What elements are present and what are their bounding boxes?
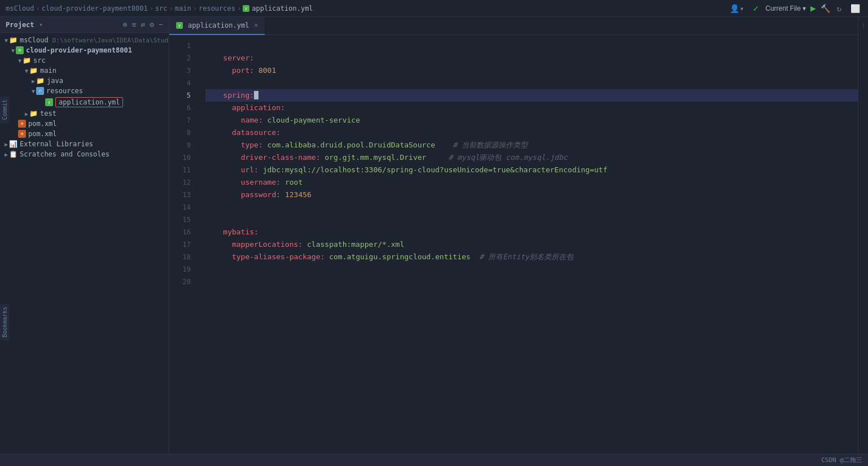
code-line-9: type: com.alibaba.druid.pool.DruidDataSo… xyxy=(205,139,858,151)
code-content[interactable]: server: port: 8001 spring: application: … xyxy=(196,35,858,454)
breadcrumb-sep-1: › xyxy=(36,5,40,12)
yaml-val-port: 8001 xyxy=(258,66,276,75)
build-button[interactable]: 🔨 xyxy=(821,4,830,13)
collapse-icon[interactable]: ≡ xyxy=(132,20,137,29)
breadcrumb-main[interactable]: main xyxy=(175,5,191,12)
breadcrumb-resources[interactable]: resources xyxy=(199,5,235,12)
line-num-20: 20 xyxy=(169,276,196,288)
tree-item-test[interactable]: ▶ 📁 test xyxy=(0,108,169,119)
chevron-down-icon: ▼ xyxy=(5,37,8,43)
code-line-10: driver-class-name: org.gjt.mm.mysql.Driv… xyxy=(205,151,858,164)
yaml-key-driver: driver-class-name: xyxy=(241,153,321,162)
yaml-key-application: application: xyxy=(232,103,285,112)
line-num-2: 2 xyxy=(169,52,196,64)
tree-item-scratches[interactable]: ▶ 📋 Scratches and Consoles xyxy=(0,149,169,159)
reload-icon[interactable]: ↻ xyxy=(835,3,844,14)
settings-icon[interactable]: ⚙ xyxy=(150,20,154,29)
code-line-16: mybatis: xyxy=(205,226,858,238)
breadcrumb-payment[interactable]: cloud-provider-payment8001 xyxy=(42,5,148,12)
commit-tab[interactable]: Commit xyxy=(0,96,10,123)
yaml-key-spring: spring: xyxy=(223,91,254,99)
project-panel: Project ▾ ⊕ ≡ ⇄ ⚙ − ▼ 📁 msCloud D:\softw… xyxy=(0,17,169,454)
line-num-18: 18 xyxy=(169,251,196,263)
code-line-14 xyxy=(205,201,858,214)
yaml-key-mybatis: mybatis: xyxy=(223,228,258,236)
yaml-file-icon: y xyxy=(45,98,53,106)
project-header-icons: ⊕ ≡ ⇄ ⚙ − xyxy=(123,20,163,29)
line-num-17: 17 xyxy=(169,238,196,251)
tree-item-mscloud[interactable]: ▼ 📁 msCloud D:\software\Java\IDEA\Data\S… xyxy=(0,35,169,45)
line-num-8: 8 xyxy=(169,127,196,139)
chevron-right-icon: ▶ xyxy=(25,111,28,117)
line-num-3: 3 xyxy=(169,64,196,77)
tree-item-src[interactable]: ▼ 📁 src xyxy=(0,55,169,66)
tree-item-resources[interactable]: ▼ r resources xyxy=(0,86,169,96)
code-line-7: name: cloud-payment-service xyxy=(205,114,858,127)
yaml-val-username: root xyxy=(285,178,303,186)
tree-item-main[interactable]: ▼ 📁 main xyxy=(0,66,169,76)
project-tree: ▼ 📁 msCloud D:\software\Java\IDEA\Data\S… xyxy=(0,33,169,454)
yaml-val-type: com.alibaba.druid.pool.DruidDataSource xyxy=(268,141,435,149)
yaml-key-aliases: type-aliases-package: xyxy=(232,252,325,261)
line-numbers: 1 2 3 4 5 6 7 8 9 10 11 12 13 14 15 16 1… xyxy=(169,35,196,454)
chevron-right-icon: ▶ xyxy=(5,141,8,147)
code-line-2: server: xyxy=(205,52,858,64)
tree-item-java[interactable]: ▶ 📁 java xyxy=(0,76,169,86)
chevron-down-icon: ▼ xyxy=(18,58,21,64)
current-file-label: Current File xyxy=(765,5,801,12)
yaml-key-port: port: xyxy=(232,66,254,75)
yaml-val-mapper: classpath:mapper/*.xml xyxy=(307,240,404,249)
breadcrumb-sep-3: › xyxy=(169,5,173,12)
tree-item-pom2[interactable]: m pom.xml xyxy=(0,129,169,139)
run-button[interactable]: ▶ xyxy=(810,3,816,14)
editor-area: y application.yml ✕ 1 2 3 4 5 6 7 8 9 10… xyxy=(169,17,858,454)
right-sidebar: ⋮ xyxy=(858,17,868,454)
yaml-key-datasource: datasource: xyxy=(232,128,280,137)
tree-label-ext-libs: External Libraries xyxy=(20,140,93,148)
breadcrumb-mscloud[interactable]: msCloud xyxy=(6,5,34,12)
diff-icon[interactable]: ⇄ xyxy=(141,20,146,29)
main-folder-icon: 📁 xyxy=(29,67,38,75)
titlebar-actions: 👤▾ ✓ Current File ▾ ▶ 🔨 ↻ ⬜ xyxy=(727,2,862,15)
tree-item-cloud-provider[interactable]: ▼ m cloud-provider-payment8001 xyxy=(0,45,169,55)
tree-item-pom1[interactable]: m pom.xml xyxy=(0,119,169,129)
titlebar: msCloud › cloud-provider-payment8001 › s… xyxy=(0,0,868,17)
yaml-val-url: jdbc:mysql://localhost:3306/spring-cloud… xyxy=(263,166,607,174)
tree-item-application-yml[interactable]: y application.yml xyxy=(0,96,169,108)
bookmarks-tab[interactable]: Bookmarks xyxy=(0,303,10,341)
cursor xyxy=(254,91,258,99)
chevron-down-icon: ▼ xyxy=(11,47,15,54)
breadcrumb-sep-4: › xyxy=(193,5,197,12)
project-header: Project ▾ ⊕ ≡ ⇄ ⚙ − xyxy=(0,17,169,33)
line-num-14: 14 xyxy=(169,201,196,214)
breadcrumb-src[interactable]: src xyxy=(155,5,168,12)
line-num-10: 10 xyxy=(169,151,196,164)
line-num-6: 6 xyxy=(169,102,196,114)
yaml-key-url: url: xyxy=(241,166,258,174)
code-editor[interactable]: 1 2 3 4 5 6 7 8 9 10 11 12 13 14 15 16 1… xyxy=(169,35,858,454)
project-dropdown-icon[interactable]: ▾ xyxy=(40,21,43,28)
locate-icon[interactable]: ⊕ xyxy=(123,20,128,29)
close-panel-icon[interactable]: − xyxy=(159,20,163,29)
yaml-val-name: cloud-payment-service xyxy=(268,116,360,124)
tree-label-test: test xyxy=(40,110,56,117)
tree-label-main: main xyxy=(40,67,56,75)
test-folder-icon: 📁 xyxy=(29,110,38,117)
xml-file-icon-2: m xyxy=(18,130,26,138)
breadcrumb-file[interactable]: application.yml xyxy=(252,5,313,12)
line-num-12: 12 xyxy=(169,176,196,189)
chevron-right-icon: ▶ xyxy=(5,151,8,158)
tab-application-yml[interactable]: y application.yml ✕ xyxy=(169,17,265,35)
right-panel-icon[interactable]: ⋮ xyxy=(861,23,866,29)
user-icon[interactable]: 👤▾ xyxy=(727,3,746,14)
watermark: CSDN @二拖三 xyxy=(821,456,862,464)
line-num-13: 13 xyxy=(169,189,196,201)
maximize-icon[interactable]: ⬜ xyxy=(848,3,862,14)
green-checkmark-icon[interactable]: ✓ xyxy=(751,2,761,15)
current-file-dropdown[interactable]: Current File ▾ xyxy=(765,5,806,12)
yaml-comment-9: # 当前数据源操作类型 xyxy=(453,141,528,149)
tree-label-java: java xyxy=(47,77,63,85)
tree-item-ext-libs[interactable]: ▶ 📊 External Libraries xyxy=(0,139,169,149)
tab-close-icon[interactable]: ✕ xyxy=(254,21,258,29)
statusbar: CSDN @二拖三 xyxy=(0,454,868,466)
